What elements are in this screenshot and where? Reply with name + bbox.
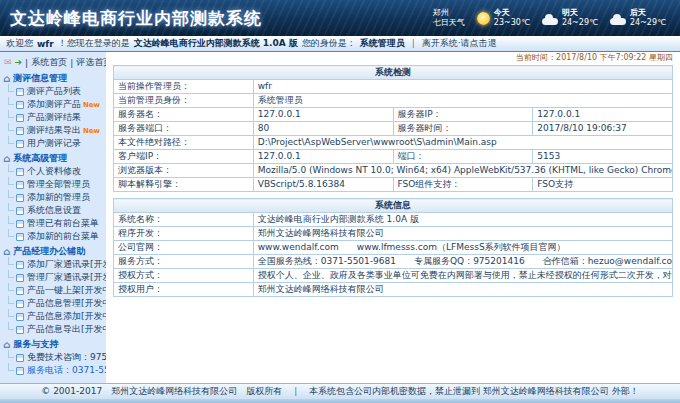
sidebar-item-label: 添加新的管理员: [27, 191, 90, 204]
field-value: FSO支持: [533, 178, 673, 192]
role-label: 您的身份是：: [302, 37, 356, 50]
house-icon: ⌂: [3, 154, 10, 164]
weather-day-name: 后天: [630, 8, 646, 17]
sidebar-item[interactable]: 添加厂家通讯录[开发中]: [3, 258, 104, 271]
tree-connector: [8, 97, 14, 105]
tree-connector: [8, 309, 14, 317]
sidebar-item-label: 服务电话：0371-55019681: [27, 364, 106, 377]
weather-day-temp: 24~29℃: [630, 18, 666, 27]
tree-connector: [8, 257, 14, 265]
tree-connector: [8, 229, 14, 237]
sun-icon: [477, 12, 490, 25]
sidebar-section-title: ⌂服务与支持: [3, 338, 104, 351]
table-row: 系统名称：文达岭峰电商行业内部测款系统 1.0A 版: [114, 213, 673, 227]
menu-item-icon: [16, 88, 24, 96]
system-info-table: 系统信息系统名称：文达岭峰电商行业内部测款系统 1.0A 版程序开发：郑州文达岭…: [113, 198, 673, 297]
house-icon: ⌂: [3, 74, 10, 84]
tree-connector: [8, 350, 14, 358]
system-check-table: 系统检测当前操作管理员：wfr当前管理员身份：系统管理员服务器名：127.0.0…: [113, 65, 673, 192]
welcome-bar: 欢迎您 wfr ！您现在登录的是 文达岭峰电商行业内部测款系统 1.0A 版 您…: [0, 36, 680, 52]
sidebar-link-system-home[interactable]: 系统首页: [31, 56, 67, 69]
sidebar-item-label: 管理厂家通讯录[开发中]: [27, 271, 106, 284]
username: wfr: [37, 39, 54, 49]
menu-item-icon: [16, 140, 24, 148]
greeting-mid: ！您现在登录的是: [58, 37, 130, 50]
tree-connector: [8, 190, 14, 198]
sidebar-item[interactable]: 测评结果导出New: [3, 124, 104, 137]
greeting-prefix: 欢迎您: [6, 37, 33, 50]
field-label: 公司官网：: [114, 241, 254, 255]
sidebar-item[interactable]: 测评产品列表: [3, 85, 104, 98]
sidebar-item[interactable]: 产品信息导出[开发中]: [3, 323, 104, 336]
bottom-strip: [0, 399, 680, 403]
panel-title: 系统信息: [114, 199, 673, 213]
current-time: 当前时间：2017/8/10 下午7:09:22 星期四: [113, 52, 673, 63]
weather-day-temp: 24~29℃: [562, 18, 598, 27]
table-row: 客户端IP：127.0.0.1端口：5153: [114, 150, 673, 164]
sidebar-item-label: 产品一键上架[开发中]: [27, 284, 106, 297]
sidebar-item[interactable]: 服务电话：0371-55019681: [3, 364, 104, 377]
tree-connector: [8, 177, 14, 185]
sidebar-item[interactable]: 系统信息设置: [3, 204, 104, 217]
tree-connector: [8, 164, 14, 172]
sidebar-item[interactable]: 添加测评产品New: [3, 98, 104, 111]
menu-item-icon: [16, 181, 24, 189]
tree-connector: [8, 283, 14, 291]
sidebar-item-label: 管理全部管理员: [27, 178, 90, 191]
sidebar-item[interactable]: 添加新的前台菜单: [3, 230, 104, 243]
sidebar-item[interactable]: 免费技术咨询：975201416: [3, 351, 104, 364]
menu-item-icon: [16, 101, 24, 109]
tree-connector: [8, 203, 14, 211]
sidebar-item[interactable]: 用户测评记录: [3, 137, 104, 150]
table-row: 程序开发：郑州文达岭峰网络科技有限公司: [114, 227, 673, 241]
menu-item-icon: [16, 127, 24, 135]
weather-day-tomorrow: 明天 24~29℃: [542, 8, 598, 28]
sidebar-item[interactable]: 产品一键上架[开发中]: [3, 284, 104, 297]
field-label: 脚本解释引擎：: [114, 178, 254, 192]
sidebar-item[interactable]: 管理厂家通讯录[开发中]: [3, 271, 104, 284]
role-value: 系统管理员: [360, 37, 405, 50]
sidebar-item[interactable]: 产品测评结果: [3, 111, 104, 124]
field-label: 程序开发：: [114, 227, 254, 241]
new-badge: New: [83, 127, 100, 135]
divider: ｜: [409, 37, 418, 50]
sidebar-item-label: 系统信息设置: [27, 204, 81, 217]
field-value: 80: [253, 122, 393, 136]
field-label: 授权方式：: [114, 269, 254, 283]
sidebar-item[interactable]: 产品信息管理[开发中]: [3, 297, 104, 310]
field-value: 郑州文达岭峰网络科技有限公司: [253, 227, 672, 241]
content-area: ✉ ➔ | 系统首页 | 评选首页 ⌂测评信息管理测评产品列表添加测评产品New…: [0, 52, 680, 383]
house-icon: ⌂: [3, 340, 10, 350]
sidebar-item[interactable]: 管理已有前台菜单: [3, 217, 104, 230]
main-panel: 当前时间：2017/8/10 下午7:09:22 星期四 系统检测当前操作管理员…: [106, 52, 680, 383]
page-title: 文达岭峰电商行业内部测款系统: [10, 7, 262, 30]
sidebar-item-label: 添加厂家通讯录[开发中]: [27, 258, 106, 271]
logout-link[interactable]: 离开系统·请点击退: [422, 37, 497, 50]
table-row: 浏览器版本：Mozilla/5.0 (Windows NT 10.0; Win6…: [114, 164, 673, 178]
field-value: 127.0.0.1: [253, 150, 393, 164]
footer-bar: © 2001-2017 郑州文达岭峰网络科技有限公司 版权所有 ｜ 本系统包含公…: [0, 383, 680, 399]
field-value: 127.0.0.1: [253, 108, 393, 122]
tree-connector: [8, 322, 14, 330]
menu-item-icon: [16, 233, 24, 241]
menu-item-icon: [16, 287, 24, 295]
sidebar-item-label: 产品测评结果: [27, 111, 81, 124]
field-label: 客户端IP：: [114, 150, 254, 164]
field-value: 郑州文达岭峰网络科技有限公司: [253, 283, 672, 297]
sidebar-sections: ⌂测评信息管理测评产品列表添加测评产品New产品测评结果测评结果导出New用户测…: [3, 72, 104, 377]
weather-day-temp: 23~30℃: [494, 18, 530, 27]
mail-icon: ✉: [4, 58, 12, 67]
weather-label: 七日天气: [433, 18, 465, 28]
sidebar-item-label: 免费技术咨询：975201416: [27, 351, 106, 364]
sidebar-item[interactable]: 个人资料修改: [3, 165, 104, 178]
tree-connector: [8, 296, 14, 304]
sidebar-item[interactable]: 添加新的管理员: [3, 191, 104, 204]
sidebar-item[interactable]: 产品信息添加[开发中]: [3, 310, 104, 323]
separator: |: [25, 58, 28, 68]
field-value: 5153: [533, 150, 673, 164]
footer-copyright: © 2001-2017 郑州文达岭峰网络科技有限公司 版权所有 ｜ 本系统包含公…: [41, 385, 638, 398]
sidebar: ✉ ➔ | 系统首页 | 评选首页 ⌂测评信息管理测评产品列表添加测评产品New…: [0, 52, 106, 383]
sidebar-item[interactable]: 管理全部管理员: [3, 178, 104, 191]
field-label: 服务器时间：: [393, 122, 533, 136]
sidebar-link-vote-home[interactable]: 评选首页: [76, 56, 106, 69]
